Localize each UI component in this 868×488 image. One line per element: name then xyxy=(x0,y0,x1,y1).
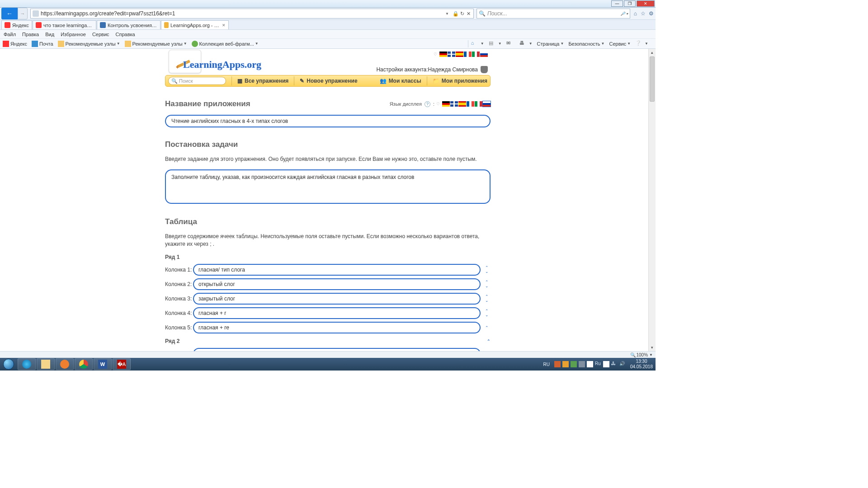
browser-search-bar[interactable]: 🔍 Поиск... 🔎 ▾ xyxy=(476,9,630,19)
tray-icon[interactable] xyxy=(554,361,561,367)
zoom-control[interactable]: 🔍100% ▼ xyxy=(630,352,653,357)
browser-tabs: Яндекс что такое learningapps — Янд... К… xyxy=(0,20,656,30)
tray-icon[interactable] xyxy=(562,361,569,367)
fav-rec2[interactable]: Рекомендуемые узлы▼ xyxy=(125,41,187,47)
tray-lang-icon[interactable]: Ru xyxy=(595,361,601,367)
forward-button[interactable]: → xyxy=(18,8,28,19)
menu-file[interactable]: Файл xyxy=(4,32,16,37)
col-input[interactable] xyxy=(193,293,481,305)
account-link[interactable]: Настройки аккаунта: Надежда Смирнова xyxy=(376,66,488,73)
menu-view[interactable]: Вид xyxy=(45,32,54,37)
vertical-scrollbar[interactable]: ▴ ▾ xyxy=(648,49,656,351)
menu-service[interactable]: Сервис xyxy=(92,32,109,37)
menu-edit[interactable]: Правка xyxy=(22,32,39,37)
col-input[interactable] xyxy=(193,348,481,351)
col-input[interactable] xyxy=(193,307,481,319)
nav-new-exercise[interactable]: ✎Новое упражнение xyxy=(300,78,357,84)
nav-all-exercises[interactable]: ▦Все упражнения xyxy=(237,78,288,84)
col-input[interactable] xyxy=(193,264,481,276)
scroll-down-icon[interactable]: ▾ xyxy=(649,344,656,351)
flag-ru[interactable] xyxy=(480,52,488,57)
tray-icon[interactable] xyxy=(587,361,593,367)
url-dropdown-icon[interactable]: ▼ xyxy=(445,12,449,16)
chevron-down-icon[interactable]: ⌄ xyxy=(485,284,489,288)
minimize-button[interactable]: — xyxy=(611,0,623,7)
flag-de[interactable] xyxy=(439,52,447,57)
action-center-icon[interactable] xyxy=(603,361,609,367)
site-search-input[interactable]: 🔍Поиск xyxy=(168,77,226,85)
cmd-service[interactable]: Сервис▼ xyxy=(609,41,631,47)
tab-yandex[interactable]: Яндекс xyxy=(1,20,32,29)
scroll-up-icon[interactable]: ▴ xyxy=(649,49,656,56)
chevron-up-icon[interactable]: ⌃ xyxy=(485,326,489,330)
cmd-mail[interactable]: ✉ xyxy=(506,40,515,47)
chevron-down-icon[interactable]: ⌄ xyxy=(485,299,489,303)
maximize-button[interactable]: ❐ xyxy=(624,0,636,7)
network-icon[interactable]: 🖧 xyxy=(611,361,618,367)
start-button[interactable] xyxy=(0,358,17,371)
refresh-icon[interactable]: ↻ xyxy=(460,11,464,17)
flag-en[interactable] xyxy=(448,52,455,57)
tools-gear-icon[interactable]: ⚙ xyxy=(649,10,654,17)
cmd-help[interactable]: ❔▼ xyxy=(635,40,648,47)
favorites-star-icon[interactable]: ☆ xyxy=(641,10,646,17)
chevron-up-icon[interactable]: ⌃ xyxy=(487,339,491,343)
chrome-icon xyxy=(79,360,88,369)
flag-it[interactable] xyxy=(472,52,480,57)
home-icon[interactable]: ⌂ xyxy=(634,10,637,17)
site-header: LearningApps.org ♡ Настройки аккаунта: Н… xyxy=(165,49,491,75)
close-button[interactable]: ✕ xyxy=(637,0,655,7)
col-input[interactable] xyxy=(193,278,481,290)
task-media[interactable] xyxy=(56,358,74,370)
task-acrobat[interactable]: �⁠A xyxy=(113,358,131,370)
fav-mail[interactable]: Почта xyxy=(32,41,53,47)
task-chrome[interactable] xyxy=(75,358,93,370)
flag-es[interactable] xyxy=(456,52,463,57)
chevron-down-icon[interactable]: ⌄ xyxy=(485,313,489,317)
cmd-feeds[interactable]: ▤▼ xyxy=(489,40,502,47)
stop-icon[interactable]: ✕ xyxy=(467,11,471,17)
cmd-security[interactable]: Безопасность▼ xyxy=(568,41,604,47)
col-input[interactable] xyxy=(193,322,481,333)
cmd-home[interactable]: ⌂▼ xyxy=(471,40,484,47)
flag-ru[interactable] xyxy=(483,101,491,107)
site-logo-text[interactable]: LearningApps.org xyxy=(183,59,261,70)
fav-webfragments[interactable]: Коллекция веб-фрагм...▼ xyxy=(192,41,259,47)
help-icon[interactable]: ? xyxy=(425,101,430,107)
task-textarea[interactable] xyxy=(165,169,491,204)
flag-es[interactable] xyxy=(458,101,466,107)
flag-fr[interactable] xyxy=(467,101,474,107)
task-explorer[interactable] xyxy=(37,358,55,370)
chevron-down-icon[interactable]: ⌄ xyxy=(485,270,489,274)
tab-learningapps[interactable]: LearningApps.org - создан...✕ xyxy=(161,20,229,29)
tab-control[interactable]: Контроль усвоения правил ч... xyxy=(97,20,160,29)
task-ie[interactable] xyxy=(18,358,36,370)
tray-icon[interactable] xyxy=(571,361,577,367)
flag-de[interactable] xyxy=(442,101,450,107)
tab-close-icon[interactable]: ✕ xyxy=(222,23,226,28)
app-title-input[interactable] xyxy=(165,115,491,127)
menu-favorites[interactable]: Избранное xyxy=(61,32,86,37)
cmd-page[interactable]: Страница▼ xyxy=(537,41,564,47)
menu-help[interactable]: Справка xyxy=(116,32,135,37)
heart-icon[interactable]: ♡ xyxy=(434,52,437,56)
nav-my-classes[interactable]: 👥Мои классы xyxy=(380,78,421,84)
heart-icon[interactable]: ♡ xyxy=(436,102,440,106)
volume-icon[interactable]: 🔊 xyxy=(619,361,626,367)
fav-rec1[interactable]: Рекомендуемые узлы▼ xyxy=(58,41,120,47)
tray-icon[interactable] xyxy=(579,361,585,367)
task-word[interactable]: W xyxy=(94,358,112,370)
language-indicator[interactable]: RU xyxy=(543,362,549,367)
clock[interactable]: 13:30 04.05.2018 xyxy=(630,359,653,370)
address-bar[interactable]: https://learningapps.org/create?edit=pwa… xyxy=(30,9,474,19)
tab-yandex-search[interactable]: что такое learningapps — Янд... xyxy=(33,20,96,29)
nav-my-apps[interactable]: 📁Мои приложения xyxy=(433,78,487,84)
search-go-icon[interactable]: 🔎 ▾ xyxy=(621,12,628,16)
flag-en[interactable] xyxy=(450,101,458,107)
scroll-thumb[interactable] xyxy=(650,56,655,102)
fav-yandex[interactable]: Яндекс xyxy=(3,41,27,47)
cmd-print[interactable]: 🖶▼ xyxy=(519,40,533,47)
flag-it[interactable] xyxy=(475,101,482,107)
back-button[interactable]: ← xyxy=(1,8,18,19)
flag-fr[interactable] xyxy=(464,52,472,57)
